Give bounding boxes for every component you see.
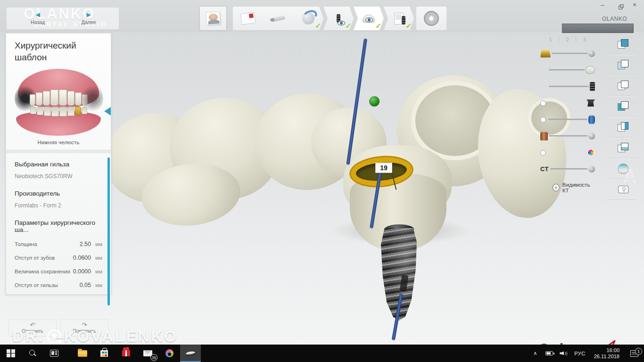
implant-opacity-track[interactable] (549, 86, 589, 87)
ct-opacity-track[interactable] (550, 168, 587, 170)
param-value-input[interactable]: 0.0000 (70, 268, 91, 275)
start-button[interactable] (0, 345, 22, 362)
view-layout-button-6[interactable] (611, 138, 636, 158)
slider-copper (540, 128, 595, 144)
screenshot-button[interactable] (611, 179, 636, 200)
report-icon (394, 13, 404, 25)
implant-icon[interactable] (590, 82, 595, 91)
abutment-radio[interactable] (540, 100, 546, 106)
check-icon: ✓ (315, 22, 321, 30)
view-layout-button-4[interactable] (611, 96, 636, 117)
sleeve-value[interactable]: Neobiotech SGS70RW (15, 173, 102, 180)
step-guide-design[interactable]: ✓ (354, 7, 384, 30)
step-model-alignment[interactable]: ✓ (293, 7, 323, 30)
step-report[interactable]: ✓ (384, 7, 414, 30)
clock-time: 16:00 (594, 347, 619, 354)
depth-control-ball[interactable] (369, 96, 380, 107)
title-bar: – × OLANKO DENTAL STUDIO ◀ Назад ▶ Далее… (0, 0, 644, 32)
param-value-input[interactable]: 0.0600 (70, 255, 91, 261)
store-button[interactable] (93, 345, 115, 362)
tooth-view-button[interactable] (611, 158, 636, 179)
volume-button[interactable] (556, 350, 570, 357)
sleeve-opacity-track[interactable] (552, 53, 587, 54)
active-app-button[interactable] (180, 345, 201, 362)
scanned-tooth-icon (618, 164, 628, 174)
action-center-button[interactable]: 1 (624, 350, 644, 357)
notification-badge: 1 (635, 348, 642, 355)
user-dropdown-bar[interactable] (562, 24, 634, 33)
param-row-thickness: Толщина 2.50 мм (15, 241, 102, 247)
sleeve-body-track[interactable] (548, 119, 587, 120)
sleeve-opacity-handle[interactable] (588, 50, 595, 57)
sleeve-body-radio[interactable] (540, 117, 546, 123)
scan-icon (271, 15, 285, 22)
back-button[interactable]: ◀ Назад (24, 11, 52, 28)
jaw-label: Нижняя челюсть (6, 137, 111, 150)
split-view-icon-6 (617, 142, 629, 154)
minimize-button[interactable]: – (598, 0, 607, 9)
view-tab-1[interactable]: 1 (542, 37, 559, 42)
mail-button[interactable]: 35 (137, 345, 158, 362)
ct-slider-label: CT (540, 165, 548, 173)
next-arrow-icon: ▶ (86, 11, 91, 18)
step-scan[interactable] (263, 7, 293, 30)
ct-visibility-label: Видимость КТ (562, 182, 595, 193)
next-button-label: Далее (82, 19, 96, 25)
view-layout-button-1[interactable] (611, 34, 636, 55)
step-implant-planning[interactable]: ✓ (323, 7, 354, 30)
language-indicator[interactable]: РУС (570, 351, 589, 356)
window-controls: – × (598, 0, 639, 9)
view-layout-column (611, 34, 636, 200)
file-explorer-button[interactable] (72, 345, 93, 362)
clock-date: 26.11.2018 (594, 354, 619, 360)
view-layout-button-5[interactable] (611, 117, 636, 138)
battery-button[interactable] (542, 351, 556, 355)
abutment-icon[interactable] (586, 99, 595, 107)
clock[interactable]: 16:00 26.11.2018 (589, 347, 624, 360)
step-export[interactable] (416, 7, 446, 30)
param-label: Толщина (15, 241, 70, 247)
step-order-form[interactable] (233, 7, 263, 30)
copper-opacity-track[interactable] (549, 135, 587, 137)
guide-design-icon (363, 15, 375, 23)
gift-icon (122, 350, 130, 356)
teeth-opacity-track[interactable] (549, 69, 585, 71)
split-view-icon-2 (617, 59, 629, 71)
view-layout-button-2[interactable] (611, 55, 636, 75)
workflow-toolbar: ✓ ✓ ✓ ✓ (200, 6, 446, 31)
paint3d-button[interactable] (158, 345, 180, 362)
watermark-dr-text: DR. (12, 327, 44, 346)
gift-app-button[interactable] (115, 345, 137, 362)
row-abutment (540, 95, 595, 111)
device-app-button[interactable] (43, 345, 65, 362)
tray-expand-button[interactable]: ∧ (528, 350, 542, 356)
gold-sleeve-icon[interactable] (540, 49, 551, 58)
panel-scrollbar[interactable] (107, 157, 110, 305)
color-mode-radio[interactable] (540, 150, 546, 156)
manufacturer-value[interactable]: Formlabs - Form 2 (15, 202, 102, 209)
param-value-input[interactable]: 0.05 (70, 282, 91, 288)
search-icon (29, 350, 36, 357)
check-icon: ✓ (345, 22, 351, 30)
view-layout-button-3[interactable] (611, 75, 636, 96)
color-wheel-icon[interactable] (587, 148, 595, 156)
close-button[interactable]: × (630, 0, 639, 9)
view-tab-3[interactable]: 3 (576, 37, 593, 42)
ct-opacity-handle[interactable] (588, 166, 595, 173)
ct-visibility-toggle[interactable]: ∨ Видимость КТ (553, 182, 595, 193)
manufacturer-section-header: Производитель (15, 190, 102, 197)
view-tab-2[interactable]: 2 (559, 37, 576, 42)
blue-cylinder-icon[interactable] (588, 115, 595, 124)
search-button[interactable] (22, 345, 43, 362)
step-patient-photo[interactable] (200, 7, 226, 30)
next-button[interactable]: ▶ Далее (74, 11, 103, 28)
tooth-number-label[interactable]: 19 (375, 163, 392, 173)
param-row-retention: Величина сохранения 0.0000 мм (15, 268, 102, 275)
copper-opacity-handle[interactable] (588, 133, 595, 140)
app-logo-band: OLANKO DENTAL STUDIO ◀ Назад ▶ Далее (7, 8, 119, 29)
param-value-input[interactable]: 2.50 (70, 241, 91, 247)
teeth-icon[interactable] (586, 66, 595, 74)
jaw-model-image (14, 66, 103, 137)
page-title: Хирургический шаблон (6, 33, 111, 65)
copper-sleeve-icon[interactable] (540, 132, 548, 140)
